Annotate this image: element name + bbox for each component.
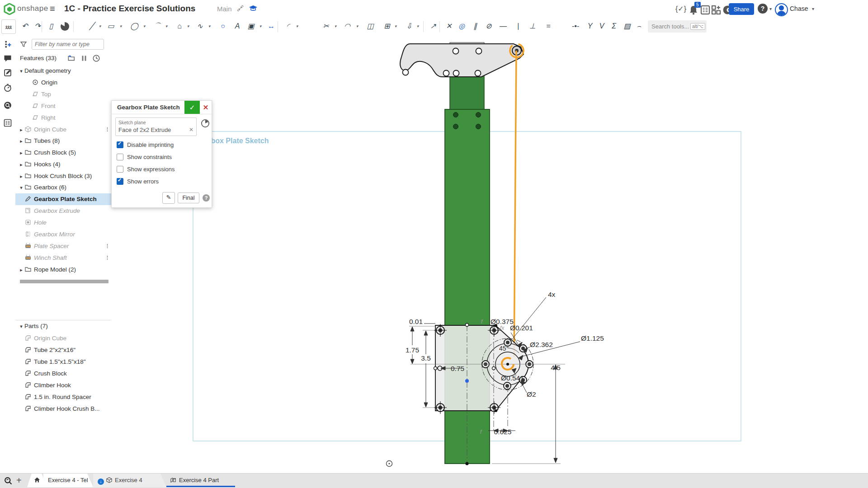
sheet-icon[interactable]: ▯ <box>45 20 57 32</box>
part-item-climber-hook-crush[interactable]: Climber Hook Crush B... <box>15 403 111 415</box>
dim-4x[interactable]: 4x <box>548 291 556 298</box>
share-button[interactable]: Share <box>729 3 754 15</box>
line-tool-icon[interactable]: ╱ <box>86 20 98 32</box>
fillet-tool-icon[interactable]: ◜ <box>282 20 294 32</box>
dim-001[interactable]: 0.01 <box>409 318 423 325</box>
dim-45[interactable]: 4.5 <box>551 364 561 371</box>
dim-angle-45[interactable]: 45° <box>499 345 509 352</box>
checkbox-checked-icon[interactable] <box>117 178 123 185</box>
comment-icon[interactable] <box>3 54 12 63</box>
rectangle-tool-icon[interactable]: ▭ <box>105 20 117 32</box>
checkbox-disable-imprinting[interactable]: Disable imprinting <box>115 139 207 151</box>
tab-exercise-4-tel[interactable]: Exercise 4 - Tel <box>43 474 93 487</box>
chevron-down-icon[interactable]: ▾ <box>415 20 421 32</box>
dialog-help-icon[interactable]: ? <box>203 194 210 202</box>
feature-script-icon[interactable]: {✓} <box>675 4 686 14</box>
feature-folder-rope-model[interactable]: ▸Rope Model (2) <box>15 264 111 276</box>
feature-item-gearbox-extrude[interactable]: Gearbox Extrude <box>15 205 111 217</box>
chevron-right-icon[interactable]: ▸ <box>18 135 24 147</box>
offset-tool-icon[interactable]: ◠ <box>341 20 353 32</box>
onshape-logo-text[interactable]: onshape <box>17 4 48 13</box>
checkbox-show-errors[interactable]: Show errors <box>115 175 207 188</box>
chevron-down-icon[interactable]: ▾ <box>257 20 264 32</box>
inner-tube-part[interactable] <box>450 75 484 111</box>
feature-item-winch-shaft[interactable]: Winch Shaft⁞ <box>15 252 111 264</box>
link-icon[interactable]: 🔗︎ <box>237 5 244 12</box>
feature-folder-crush-block[interactable]: ▸Crush Block (5) <box>15 147 111 159</box>
feature-item-top-plane[interactable]: Top <box>15 89 111 100</box>
tab-exercise-4-assembly[interactable]: ↓Exercise 4 Assembly <box>93 474 166 487</box>
chevron-right-icon[interactable]: ▸ <box>18 124 24 136</box>
sketch-plane-field[interactable]: Sketch plane Face of 2x2 Extrude ✕ <box>115 117 197 136</box>
dim-dia1125[interactable]: Ø1.125 <box>581 334 604 342</box>
rope-sketch-line-selected[interactable] <box>514 51 516 357</box>
filter-input[interactable] <box>32 39 104 50</box>
onshape-logo-icon[interactable] <box>4 3 15 15</box>
parallel-constraint-icon[interactable]: ∥ <box>469 20 481 32</box>
equal-constraint-icon[interactable]: = <box>542 20 554 32</box>
drag-handle-icon[interactable]: ⁞ <box>107 252 108 264</box>
dim-075[interactable]: 0.75 <box>451 365 464 372</box>
chevron-down-icon[interactable]: ▾ <box>185 20 191 32</box>
user-caret-icon[interactable]: ▾ <box>812 6 814 11</box>
chevron-right-icon[interactable]: ▸ <box>18 170 24 182</box>
curvature-comb-icon[interactable]: ⌢ <box>633 20 645 32</box>
feature-item-origin[interactable]: Origin <box>15 77 111 89</box>
suppress-pause-icon[interactable] <box>80 54 88 62</box>
dim-35[interactable]: 3.5 <box>421 354 431 362</box>
midpoint-constraint-icon[interactable]: -•- <box>570 20 581 32</box>
circle-tool-icon[interactable]: ◯ <box>128 20 140 32</box>
dim-175[interactable]: 1.75 <box>406 346 419 354</box>
plate-center-point[interactable] <box>506 363 509 366</box>
model-view[interactable]: Gearbox Plate Sketch <box>111 35 868 473</box>
learning-center-icon[interactable] <box>249 4 258 13</box>
feature-item-plate-spacer[interactable]: Plate Spacer⁞ <box>15 240 111 252</box>
chevron-down-icon[interactable]: ▾ <box>206 20 212 32</box>
chevron-down-icon[interactable]: ▾ <box>294 20 300 32</box>
chevron-down-icon[interactable]: ▾ <box>163 20 170 32</box>
sketch-mode-button[interactable]: ✎ <box>162 192 175 204</box>
vertical-constraint-icon[interactable]: | <box>512 20 524 32</box>
dimension-tool-icon[interactable]: ↔ <box>265 20 277 32</box>
final-button[interactable]: Final <box>178 192 199 203</box>
search-tabs-icon[interactable] <box>4 476 13 485</box>
apps-icon[interactable] <box>711 5 722 15</box>
horizontal-constraint-icon[interactable]: — <box>497 20 509 32</box>
tab-exercise-4-part-studio[interactable]: Exercise 4 Part Studio <box>166 474 235 487</box>
feature-item-gearbox-mirror[interactable]: Gearbox Mirror <box>15 229 111 240</box>
insert-feature-icon[interactable] <box>3 40 12 49</box>
graphics-area[interactable]: Gearbox Plate Sketch <box>111 35 868 473</box>
feature-folder-hooks[interactable]: ▸Hooks (4) <box>15 159 111 170</box>
concentric-constraint-icon[interactable]: ◎ <box>456 20 467 32</box>
checkbox-show-constraints[interactable]: Show constraints <box>115 151 207 163</box>
checkbox-checked-icon[interactable] <box>117 141 123 148</box>
dim-0625[interactable]: 0.625 <box>494 428 512 436</box>
tasks-icon[interactable] <box>700 5 711 15</box>
feature-item-origin-cube[interactable]: ▸Origin Cube⁞ <box>15 124 111 136</box>
feature-list-toggle-icon[interactable]: ⅏︎ <box>1 19 16 34</box>
chevron-down-icon[interactable]: ▾ <box>392 20 399 32</box>
part-item-tube-2x2[interactable]: Tube 2"x2"x16" <box>15 344 111 356</box>
part-item-tube-1-5[interactable]: Tube 1.5"x1.5"x18" <box>15 356 111 368</box>
drag-handle-icon[interactable]: ⁞ <box>107 240 108 252</box>
chevron-right-icon[interactable]: ▸ <box>18 159 24 170</box>
feature-item-front-plane[interactable]: Front <box>15 100 111 112</box>
checkbox-show-expressions[interactable]: Show expressions <box>115 163 207 175</box>
dim-dia201[interactable]: Ø0.201 <box>510 324 533 332</box>
measure-tool-icon[interactable]: ↗ <box>427 20 439 32</box>
chevron-down-icon[interactable]: ▾ <box>18 65 24 77</box>
checklist-icon[interactable] <box>3 118 12 127</box>
part-item-origin-cube[interactable]: Origin Cube <box>15 333 111 344</box>
part-item-climber-hook[interactable]: Climber Hook <box>15 380 111 391</box>
chevron-down-icon[interactable]: ▾ <box>97 20 103 32</box>
rollback-clock-icon[interactable] <box>92 54 100 62</box>
chevron-down-icon[interactable]: ▾ <box>18 182 24 193</box>
feature-folder-gearbox[interactable]: ▾Gearbox (6) <box>15 182 111 193</box>
point-tool-icon[interactable]: ○ <box>217 20 229 32</box>
dialog-header[interactable]: Gearbox Plate Sketch ✓ ✕ <box>112 101 212 114</box>
chevron-right-icon[interactable]: ▸ <box>18 264 24 276</box>
tangent-constraint-icon[interactable]: ⊘ <box>483 20 495 32</box>
symmetric-constraint-icon[interactable]: Y <box>584 20 596 32</box>
dim-dia2362[interactable]: Ø2.362 <box>530 341 553 348</box>
defer-update-icon[interactable] <box>201 119 210 128</box>
